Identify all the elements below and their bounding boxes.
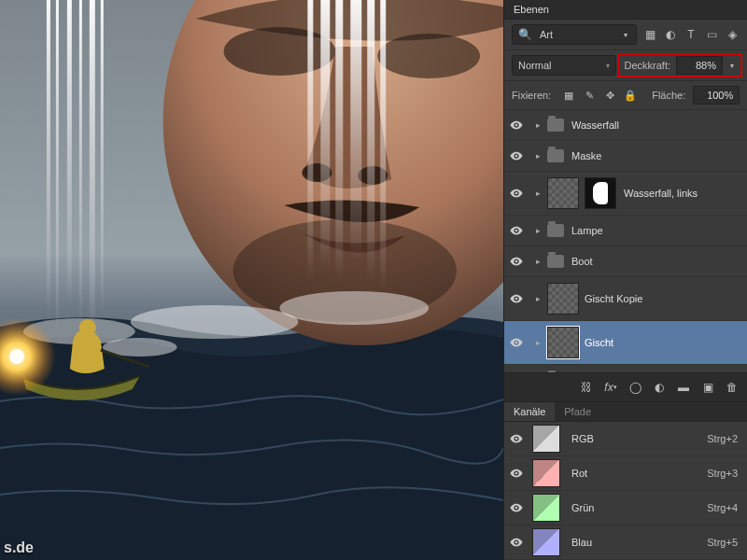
layer-row[interactable]: ▸Wasserfall, links <box>504 172 747 216</box>
channels-tab[interactable]: Kanäle <box>504 402 555 421</box>
visibility-toggle[interactable] <box>504 255 529 268</box>
layer-thumbnail[interactable] <box>547 327 579 358</box>
layer-name[interactable]: Boot <box>571 256 593 267</box>
layer-row[interactable]: ▸Wasserfall <box>504 110 747 141</box>
visibility-toggle[interactable] <box>504 224 529 237</box>
svg-point-33 <box>515 342 517 343</box>
visibility-toggle[interactable] <box>504 292 529 305</box>
visibility-toggle[interactable] <box>504 501 529 514</box>
svg-point-31 <box>515 260 517 262</box>
lock-transparent-icon[interactable]: ▦ <box>562 89 575 102</box>
svg-rect-17 <box>367 0 374 280</box>
layer-name[interactable]: Wasserfall, links <box>624 188 698 199</box>
layers-panel-tab[interactable]: Ebenen <box>504 0 747 20</box>
channel-shortcut: Strg+3 <box>707 468 738 479</box>
svg-point-30 <box>515 230 517 231</box>
svg-point-29 <box>515 192 517 194</box>
mask-thumbnail[interactable] <box>585 177 616 209</box>
channel-name: Blau <box>571 537 707 548</box>
blend-mode-dropdown[interactable]: Normal ▾ <box>512 55 616 76</box>
lock-all-icon[interactable]: 🔒 <box>624 89 637 102</box>
filter-pixel-icon[interactable]: ▦ <box>642 27 657 42</box>
channel-row[interactable]: RGBStrg+2 <box>504 422 747 456</box>
layer-mask-icon[interactable]: ◯ <box>627 380 642 395</box>
visibility-toggle[interactable] <box>504 149 529 162</box>
visibility-toggle[interactable] <box>504 336 529 349</box>
expand-icon[interactable]: ▸ <box>529 226 547 235</box>
svg-point-36 <box>515 472 517 474</box>
channel-row[interactable]: RotStrg+3 <box>504 456 747 491</box>
visibility-toggle[interactable] <box>504 467 529 480</box>
visibility-toggle[interactable] <box>504 536 529 549</box>
layer-name[interactable]: Gischt <box>585 337 613 348</box>
layer-name[interactable]: Wasserfall <box>571 119 619 131</box>
expand-icon[interactable]: ▸ <box>529 338 547 347</box>
filter-smart-icon[interactable]: ◈ <box>725 27 740 42</box>
delete-layer-icon[interactable]: 🗑 <box>725 380 740 395</box>
layer-thumbnail[interactable] <box>547 283 579 315</box>
folder-icon <box>547 255 564 268</box>
watermark-text: s.de <box>4 539 34 556</box>
new-layer-icon[interactable]: ▣ <box>700 380 715 395</box>
svg-point-27 <box>515 124 517 126</box>
svg-point-21 <box>279 291 429 325</box>
svg-point-26 <box>9 349 24 364</box>
channel-row[interactable]: BlauStrg+5 <box>504 525 747 560</box>
adjustment-icon[interactable]: ◐ <box>652 380 667 395</box>
expand-icon[interactable]: ▸ <box>529 120 547 130</box>
layer-row[interactable]: ▸Gischt Kopie <box>504 277 747 321</box>
layer-thumbnail[interactable] <box>547 177 579 209</box>
layer-list[interactable]: ▸Wasserfall▸Maske▸Wasserfall, links▸Lamp… <box>504 110 747 372</box>
document-canvas[interactable]: s.de <box>0 0 503 560</box>
lock-pixels-icon[interactable]: ✎ <box>583 89 596 102</box>
svg-point-3 <box>377 34 480 78</box>
chevron-down-icon[interactable]: ▾ <box>725 58 740 73</box>
chevron-down-icon[interactable]: ▾ <box>741 88 747 103</box>
channel-row[interactable]: GrünStrg+4 <box>504 491 747 525</box>
layer-filter-search[interactable]: 🔍 ▾ <box>512 24 637 45</box>
layer-row[interactable]: ▸Lampe <box>504 216 747 246</box>
chevron-down-icon[interactable]: ▾ <box>621 27 630 42</box>
expand-icon[interactable]: ▸ <box>529 189 547 198</box>
filter-type-icon[interactable]: T <box>684 27 698 42</box>
svg-point-2 <box>224 27 336 76</box>
svg-point-35 <box>515 438 517 440</box>
visibility-toggle[interactable] <box>504 432 529 445</box>
filter-adjust-icon[interactable]: ◐ <box>663 27 678 42</box>
svg-point-20 <box>131 305 299 339</box>
layer-name[interactable]: Gischt Kopie <box>585 293 642 304</box>
layer-fx-icon[interactable]: fx▾ <box>603 380 618 395</box>
svg-point-28 <box>515 155 517 157</box>
svg-rect-12 <box>101 0 104 317</box>
channel-shortcut: Strg+2 <box>707 433 738 444</box>
opacity-value[interactable]: 88% <box>676 56 723 75</box>
paths-tab[interactable]: Pfade <box>555 402 600 421</box>
visibility-toggle[interactable] <box>504 187 529 200</box>
folder-icon <box>547 224 564 237</box>
svg-point-32 <box>515 298 517 300</box>
channel-name: Rot <box>571 468 707 479</box>
layer-row[interactable]: ▸Boot <box>504 246 747 277</box>
layer-row[interactable]: ▸Maske <box>504 141 747 172</box>
layer-filter-input[interactable] <box>538 28 615 41</box>
layer-row[interactable]: ▸Gischt <box>504 321 747 365</box>
filter-shape-icon[interactable]: ▭ <box>704 27 719 42</box>
lock-position-icon[interactable]: ✥ <box>603 89 616 102</box>
svg-point-23 <box>79 319 96 336</box>
expand-icon[interactable]: ▸ <box>529 151 547 161</box>
channel-thumbnail <box>532 459 560 487</box>
layers-footer: ⛓ fx▾ ◯ ◐ ▬ ▣ 🗑 <box>504 372 747 401</box>
layer-name[interactable]: Maske <box>571 150 601 161</box>
expand-icon[interactable]: ▸ <box>529 294 547 303</box>
panels-sidebar: Ebenen 🔍 ▾ ▦ ◐ T ▭ ◈ Normal ▾ Deck <box>503 0 747 560</box>
layer-row[interactable]: ▸Hintergrund <box>504 365 747 372</box>
folder-icon <box>547 119 564 132</box>
layer-name[interactable]: Lampe <box>571 225 603 236</box>
svg-rect-14 <box>320 0 330 271</box>
expand-icon[interactable]: ▸ <box>529 257 547 266</box>
fill-value[interactable]: 100% <box>693 86 740 105</box>
visibility-toggle[interactable] <box>504 119 529 132</box>
new-group-icon[interactable]: ▬ <box>676 380 691 395</box>
svg-rect-16 <box>350 0 361 261</box>
link-layers-icon[interactable]: ⛓ <box>579 380 594 395</box>
